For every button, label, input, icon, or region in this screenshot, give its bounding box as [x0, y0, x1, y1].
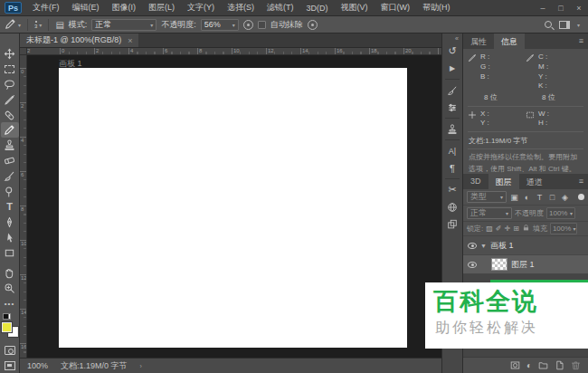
lock-position-icon[interactable]: ✛: [505, 225, 511, 233]
eyedropper-tool[interactable]: [1, 92, 19, 108]
marquee-tool[interactable]: [1, 62, 19, 77]
lock-paint-icon[interactable]: ✐: [496, 225, 502, 233]
brush-settings-panel-button[interactable]: [442, 99, 462, 116]
path-selection-tool[interactable]: [1, 230, 19, 245]
menu-item[interactable]: 图层(L): [142, 2, 181, 14]
menu-item[interactable]: 滤镜(T): [261, 2, 300, 14]
status-arrow-icon[interactable]: ›: [140, 363, 142, 369]
lock-all-icon[interactable]: [522, 224, 530, 234]
quick-mask-button[interactable]: [1, 342, 19, 358]
tab-3d[interactable]: 3D: [463, 174, 488, 189]
delete-layer-button[interactable]: [571, 360, 581, 370]
brush-panel-button[interactable]: [442, 81, 462, 99]
paragraph-panel-button[interactable]: ¶: [442, 159, 462, 177]
chevron-down-icon[interactable]: ▼: [480, 243, 487, 249]
3d-panel-button[interactable]: [442, 198, 462, 215]
visibility-eye-icon[interactable]: [468, 243, 477, 249]
layer-name[interactable]: 图层 1: [511, 259, 535, 271]
type-tool[interactable]: T: [1, 199, 19, 215]
filter-smart-object-icon[interactable]: ◈: [560, 193, 570, 202]
layer-filter-select[interactable]: 类型 ▾: [467, 191, 507, 203]
filter-adjustment-icon[interactable]: ◐: [522, 193, 532, 202]
bit-depth-label[interactable]: 8 位: [542, 93, 555, 102]
default-colors-icon[interactable]: [3, 313, 11, 320]
zoom-level[interactable]: 100%: [27, 361, 48, 370]
edit-toolbar-ellipsis[interactable]: •••: [1, 296, 19, 311]
actions-panel-button[interactable]: ▶: [442, 60, 462, 77]
filter-image-icon[interactable]: ▣: [509, 193, 519, 202]
clone-source-panel-button[interactable]: [442, 120, 462, 138]
blend-mode-select[interactable]: 正常 ▾: [91, 19, 156, 31]
tool-preset-picker[interactable]: ▾: [5, 18, 21, 32]
history-brush-tool[interactable]: [1, 168, 19, 184]
close-button[interactable]: ×: [570, 4, 588, 13]
rectangle-tool[interactable]: [1, 245, 19, 261]
layer-row-artboard[interactable]: ▼ 画板 1: [463, 236, 588, 255]
canvas[interactable]: [59, 68, 407, 348]
search-icon[interactable]: [545, 21, 552, 28]
filter-toggle-icon[interactable]: [578, 194, 584, 200]
dodge-tool[interactable]: [1, 184, 19, 199]
zoom-tool[interactable]: [1, 281, 19, 296]
pencil-tool[interactable]: [1, 122, 19, 138]
pasteboard[interactable]: 画板 1: [27, 55, 441, 358]
document-tab[interactable]: 未标题-1 @ 100%(RGB/8) ×: [20, 33, 138, 47]
tools-panel-button[interactable]: ✂: [442, 181, 462, 198]
add-layer-mask-button[interactable]: [510, 360, 520, 370]
pen-tool[interactable]: [1, 215, 19, 230]
visibility-eye-icon[interactable]: [468, 262, 477, 268]
auto-erase-checkbox[interactable]: [258, 21, 266, 29]
airbrush-icon[interactable]: [308, 20, 318, 30]
clone-stamp-tool[interactable]: [1, 138, 19, 153]
tab-close-icon[interactable]: ×: [128, 36, 132, 45]
maximize-button[interactable]: □: [552, 4, 570, 13]
tab-info[interactable]: 信息: [494, 33, 525, 49]
hand-tool[interactable]: [1, 265, 19, 281]
tab-channels[interactable]: 通道: [519, 174, 550, 189]
tab-properties[interactable]: 属性: [463, 33, 494, 49]
history-panel-button[interactable]: ↺: [442, 43, 462, 60]
new-layer-button[interactable]: [555, 360, 564, 370]
filter-shape-icon[interactable]: □: [547, 193, 557, 202]
menu-item[interactable]: 帮助(H): [416, 2, 457, 14]
menu-item[interactable]: 选择(S): [221, 2, 261, 14]
layer-blend-mode-select[interactable]: 正常 ▾: [467, 207, 512, 219]
adjustment-layer-button[interactable]: ◐: [526, 361, 532, 370]
eraser-tool[interactable]: [1, 153, 19, 168]
brush-size-picker[interactable]: 3 ▾: [34, 21, 42, 29]
bit-depth-label[interactable]: 8 位: [484, 93, 498, 102]
lasso-tool[interactable]: [1, 77, 19, 92]
menu-item[interactable]: 窗口(W): [375, 2, 417, 14]
menu-item[interactable]: 视图(V): [335, 2, 375, 14]
healing-brush-tool[interactable]: [1, 108, 19, 123]
menu-item[interactable]: 编辑(E): [66, 2, 106, 14]
workspace-switcher-icon[interactable]: [559, 21, 570, 29]
layer-opacity-input[interactable]: 100% ▾: [546, 207, 575, 219]
expand-panels-icon[interactable]: «: [455, 33, 462, 43]
foreground-color-swatch[interactable]: [2, 322, 12, 332]
layer-thumbnail[interactable]: [491, 258, 507, 271]
lock-transparency-icon[interactable]: ▨: [486, 225, 493, 233]
menu-item[interactable]: 图像(I): [106, 2, 143, 14]
menu-item[interactable]: 3D(D): [300, 4, 335, 13]
lock-artboard-icon[interactable]: ⊞: [513, 225, 519, 233]
layer-row-layer1[interactable]: 图层 1: [463, 255, 588, 274]
panel-menu-icon[interactable]: ≡: [579, 174, 588, 189]
ruler-top[interactable]: 202468101214161820: [27, 48, 441, 55]
tab-layers[interactable]: 图层: [488, 174, 519, 189]
menu-item[interactable]: 文字(Y): [181, 2, 221, 14]
ruler-left[interactable]: 0246810121416: [20, 55, 27, 358]
new-group-button[interactable]: [538, 360, 548, 370]
menu-item[interactable]: 文件(F): [26, 2, 66, 14]
panel-menu-icon[interactable]: ≡: [579, 33, 588, 49]
layer-fill-input[interactable]: 100% ▾: [550, 223, 577, 234]
minimize-button[interactable]: –: [534, 4, 552, 13]
pressure-opacity-icon[interactable]: [243, 20, 253, 30]
opacity-select[interactable]: 56% ▾: [201, 19, 239, 31]
filter-type-icon[interactable]: T: [535, 193, 545, 202]
screen-mode-button[interactable]: [1, 358, 19, 373]
layer-comps-panel-button[interactable]: [442, 215, 462, 233]
brush-panel-toggle-icon[interactable]: ▤: [55, 20, 63, 30]
character-panel-button[interactable]: A|: [442, 142, 462, 159]
layer-name[interactable]: 画板 1: [490, 240, 514, 252]
